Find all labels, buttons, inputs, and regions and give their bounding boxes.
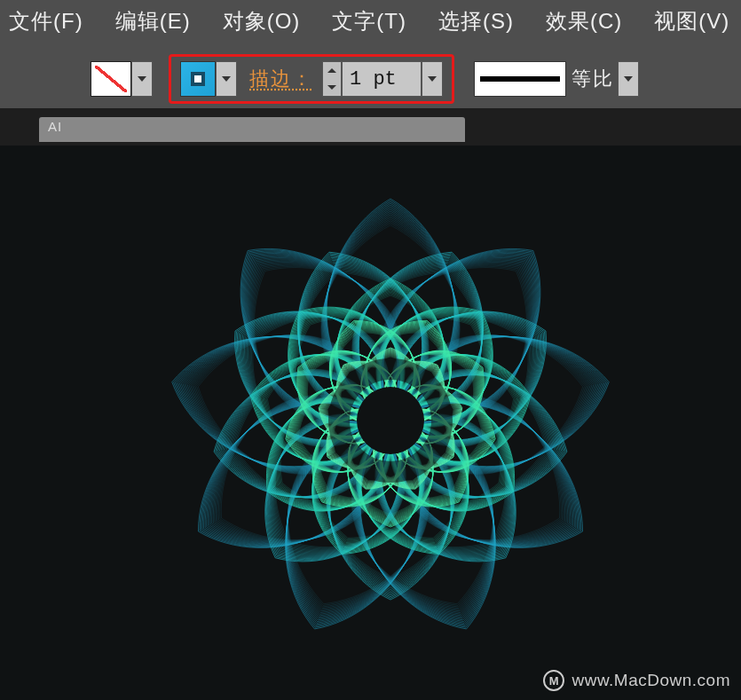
- stroke-swatch-icon: [191, 72, 205, 86]
- menu-label: 选择(S): [438, 9, 514, 33]
- stroke-profile-group: 等比: [474, 61, 639, 97]
- watermark-text: www.MacDown.com: [572, 671, 730, 690]
- menu-bar: 文件(F) 编辑(E) 对象(O) 文字(T) 选择(S) 效果(C) 视图(V…: [0, 0, 741, 50]
- stroke-swatch[interactable]: [180, 61, 216, 97]
- menu-label: 对象(O): [223, 9, 301, 33]
- stroke-weight-dropdown[interactable]: [422, 61, 443, 97]
- stroke-weight-value: 1 pt: [350, 68, 397, 90]
- menu-label: 文件(F): [9, 9, 83, 33]
- document-tab-strip: AI: [0, 108, 741, 146]
- chevron-down-icon: [624, 76, 633, 82]
- menu-select[interactable]: 选择(S): [438, 7, 514, 35]
- menu-file[interactable]: 文件(F): [9, 7, 83, 35]
- stroke-dropdown[interactable]: [216, 61, 237, 97]
- chevron-down-icon: [428, 76, 437, 82]
- fill-dropdown[interactable]: [131, 61, 153, 97]
- options-bar: 描边： 1 pt 等比: [0, 50, 741, 108]
- stroke-label: 描边：: [249, 66, 313, 92]
- stroke-controls-highlighted: 描边： 1 pt: [169, 54, 454, 104]
- menu-label: 编辑(E): [115, 9, 191, 33]
- chevron-down-icon: [138, 76, 146, 82]
- document-tab[interactable]: AI: [39, 117, 465, 142]
- menu-object[interactable]: 对象(O): [223, 7, 301, 35]
- chevron-down-icon: [327, 85, 336, 90]
- menu-label: 文字(T): [332, 9, 406, 33]
- menu-type[interactable]: 文字(T): [332, 7, 406, 35]
- chevron-down-icon: [222, 76, 231, 82]
- menu-label: 视图(V): [654, 9, 729, 33]
- stroke-profile-swatch[interactable]: [474, 61, 566, 97]
- stroke-profile-dropdown[interactable]: [618, 61, 639, 97]
- menu-label: 效果(C): [546, 9, 622, 33]
- fill-swatch[interactable]: [91, 61, 131, 97]
- stroke-weight-field[interactable]: 1 pt: [342, 61, 422, 97]
- step-up-button[interactable]: [323, 62, 341, 79]
- menu-view[interactable]: 视图(V): [654, 7, 729, 35]
- watermark-logo-icon: M: [543, 670, 564, 691]
- step-down-button[interactable]: [323, 79, 341, 96]
- document-tab-title: AI: [48, 119, 62, 134]
- watermark: M www.MacDown.com: [543, 670, 730, 691]
- menu-effect[interactable]: 效果(C): [546, 7, 622, 35]
- svg-point-0: [357, 387, 424, 454]
- chevron-up-icon: [327, 68, 336, 73]
- stroke-weight-stepper[interactable]: [322, 61, 342, 97]
- artboard: [0, 146, 741, 700]
- menu-edit[interactable]: 编辑(E): [115, 7, 191, 35]
- stroke-profile-label: 等比: [572, 66, 614, 92]
